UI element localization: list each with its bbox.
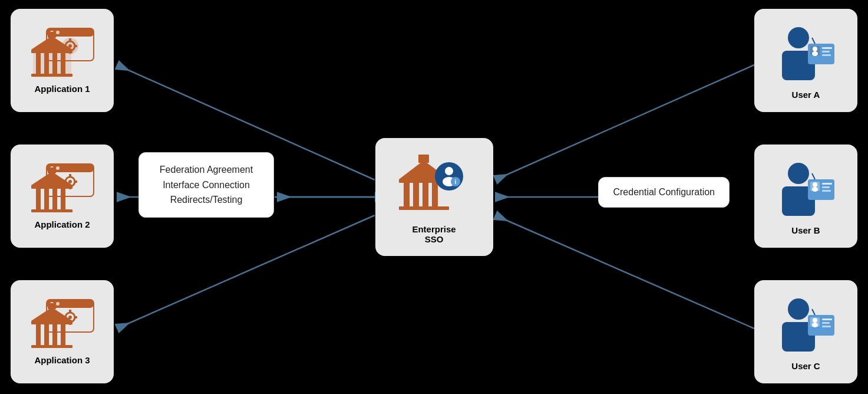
svg-rect-62	[44, 324, 49, 345]
svg-rect-110	[822, 326, 831, 327]
svg-rect-64	[61, 324, 65, 345]
svg-rect-72	[432, 183, 438, 208]
svg-rect-43	[36, 189, 41, 209]
svg-rect-100	[822, 190, 831, 192]
svg-rect-61	[36, 324, 41, 345]
svg-point-77	[445, 167, 453, 175]
app3-label: Application 3	[34, 355, 90, 365]
svg-line-91	[812, 38, 815, 44]
svg-rect-108	[822, 319, 832, 320]
user-a-label: User A	[792, 90, 820, 100]
svg-rect-28	[61, 53, 65, 74]
user-b-label: User B	[791, 225, 820, 235]
svg-rect-29	[31, 74, 72, 77]
svg-rect-63	[52, 324, 57, 345]
svg-point-14	[56, 31, 60, 34]
svg-rect-70	[413, 183, 419, 208]
user-a-icon	[774, 21, 839, 86]
sso-card: i EnterpriseSSO	[375, 138, 493, 256]
svg-rect-88	[822, 47, 832, 49]
app3-card: Application 3	[11, 280, 114, 383]
svg-point-106	[813, 318, 817, 323]
svg-point-53	[56, 302, 60, 306]
svg-rect-59	[74, 316, 77, 319]
svg-rect-89	[822, 51, 830, 52]
svg-rect-75	[418, 155, 429, 163]
svg-rect-38	[69, 174, 71, 178]
federation-line3: Redirects/Testing	[151, 192, 262, 208]
app2-label: Application 2	[34, 219, 90, 229]
svg-point-86	[813, 47, 817, 51]
svg-text:i: i	[454, 179, 456, 185]
sso-label: EnterpriseSSO	[412, 224, 456, 244]
app1-label: Application 1	[34, 84, 90, 94]
diagram-container: Application 1 Application 2	[0, 0, 868, 394]
user-c-card: User C	[754, 280, 857, 383]
svg-line-111	[812, 309, 815, 315]
user-a-card: User A	[754, 9, 857, 112]
svg-rect-27	[52, 53, 57, 74]
svg-rect-42	[31, 185, 72, 189]
svg-rect-56	[69, 310, 71, 313]
user-b-icon	[774, 157, 839, 222]
svg-rect-90	[822, 54, 831, 56]
app1-icon	[30, 27, 95, 80]
svg-rect-24	[31, 50, 72, 53]
svg-rect-47	[31, 209, 72, 212]
credential-box: Credential Configuration	[598, 177, 730, 208]
svg-rect-109	[822, 322, 830, 324]
user-b-card: User B	[754, 145, 857, 248]
svg-point-96	[813, 182, 817, 187]
svg-rect-67	[48, 303, 56, 309]
svg-line-101	[812, 173, 815, 179]
federation-line2: Interface Connection	[151, 178, 262, 193]
svg-rect-98	[822, 183, 832, 185]
svg-rect-65	[31, 345, 72, 348]
svg-point-35	[56, 166, 60, 170]
user-c-icon	[774, 293, 839, 357]
app1-card: Application 1	[11, 9, 114, 112]
svg-rect-45	[52, 189, 57, 209]
credential-label: Credential Configuration	[613, 187, 715, 197]
svg-point-87	[812, 51, 818, 56]
svg-point-92	[788, 163, 809, 184]
federation-line1: Federation Agreement	[151, 162, 262, 178]
svg-point-81	[788, 27, 809, 48]
svg-point-102	[788, 298, 809, 320]
app3-icon	[30, 298, 95, 352]
sso-icon: i	[393, 150, 476, 221]
user-c-label: User C	[791, 361, 820, 371]
svg-rect-31	[48, 32, 56, 38]
svg-point-107	[812, 323, 818, 327]
svg-rect-71	[423, 183, 428, 208]
svg-line-9	[495, 215, 754, 329]
svg-rect-49	[48, 168, 56, 173]
svg-rect-18	[69, 38, 71, 42]
svg-point-97	[812, 187, 818, 192]
svg-line-7	[495, 65, 754, 180]
svg-rect-60	[31, 321, 72, 324]
svg-rect-41	[74, 180, 77, 183]
svg-rect-26	[44, 53, 49, 74]
svg-rect-46	[61, 189, 65, 209]
svg-line-6	[117, 215, 375, 329]
svg-rect-44	[44, 189, 49, 209]
svg-rect-69	[404, 183, 410, 208]
svg-rect-99	[822, 186, 830, 188]
federation-box: Federation Agreement Interface Connectio…	[138, 152, 274, 218]
app2-card: Application 2	[11, 145, 114, 248]
svg-rect-73	[399, 206, 449, 210]
app2-icon	[30, 163, 95, 216]
svg-rect-21	[74, 45, 77, 47]
svg-rect-25	[36, 53, 41, 74]
